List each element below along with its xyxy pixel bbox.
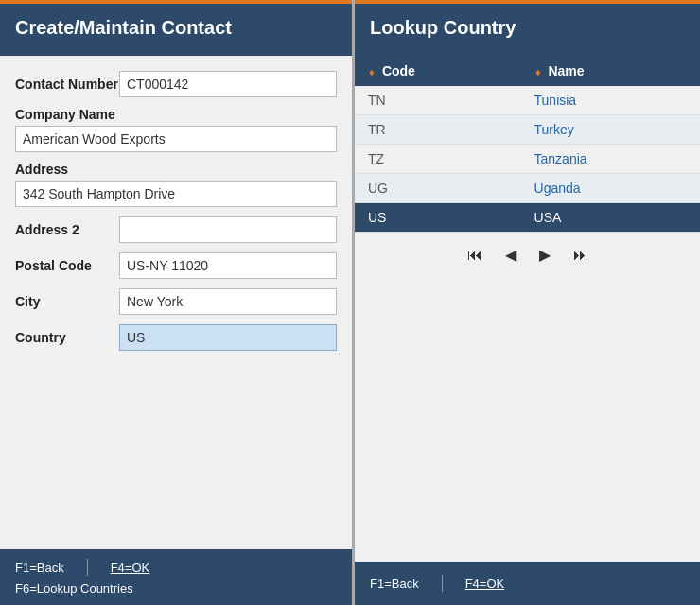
postal-code-group: Postal Code [15,252,337,279]
country-table: ⬧ Code ⬧ Name TN Tunisia TR Turkey TZ Ta… [355,56,700,233]
code-cell: TR [355,115,521,145]
next-page-button[interactable]: ▶ [534,244,556,266]
contact-number-group: Contact Number [15,71,337,97]
address2-group: Address 2 [15,216,337,243]
postal-code-input[interactable] [119,252,337,279]
f1-back-button[interactable]: F1=Back [15,561,64,575]
company-name-label: Company Name [15,107,337,122]
code-cell: TN [355,86,521,115]
left-footer-row2: F6=Lookup Countries [15,581,337,596]
right-panel-body: ⬧ Code ⬧ Name TN Tunisia TR Turkey TZ Ta… [355,56,700,562]
table-row[interactable]: US USA [355,203,700,233]
code-column-header: ⬧ Code [355,56,521,86]
name-cell: USA [521,203,700,233]
address2-label: Address 2 [15,222,119,237]
right-f1-back-button[interactable]: F1=Back [370,577,419,591]
left-panel-body: Contact Number Company Name Address Addr… [0,56,352,549]
table-row[interactable]: UG Uganda [355,174,700,203]
name-cell: Turkey [521,115,700,145]
address2-input[interactable] [119,216,337,243]
first-page-button[interactable]: ⏮ [462,245,488,266]
address-label: Address [15,162,337,177]
last-page-button[interactable]: ⏭ [568,245,594,266]
name-cell: Tanzania [521,145,700,174]
f4-ok-button[interactable]: F4=OK [111,561,150,575]
pagination-controls: ⏮ ◀ ▶ ⏭ [355,233,700,277]
country-group: Country [15,324,337,351]
right-footer: F1=Back F4=OK [355,562,700,605]
left-panel: Create/Maintain Contact Contact Number C… [0,0,355,605]
left-panel-title: Create/Maintain Contact [0,0,352,56]
address-group: Address [15,162,337,207]
country-label: Country [15,330,119,345]
name-column-header: ⬧ Name [521,56,700,86]
right-panel: Lookup Country ⬧ Code ⬧ Name TN Tunisia [355,0,700,605]
city-input[interactable] [119,288,337,315]
table-row[interactable]: TN Tunisia [355,86,700,115]
contact-number-input[interactable] [119,71,337,97]
right-panel-title: Lookup Country [355,0,700,56]
code-cell: US [355,203,521,233]
address-input[interactable] [15,181,337,207]
right-footer-divider [442,575,443,592]
left-footer-row1: F1=Back F4=OK [15,559,337,576]
table-row[interactable]: TZ Tanzania [355,145,700,174]
f6-lookup-button[interactable]: F6=Lookup Countries [15,581,133,596]
city-group: City [15,288,337,315]
contact-number-label: Contact Number [15,77,119,92]
postal-code-label: Postal Code [15,258,119,273]
company-name-input[interactable] [15,126,337,152]
table-row[interactable]: TR Turkey [355,115,700,145]
code-cell: UG [355,174,521,203]
code-sort-icon: ⬧ [368,65,375,78]
table-header-row: ⬧ Code ⬧ Name [355,56,700,86]
city-label: City [15,294,119,309]
prev-page-button[interactable]: ◀ [499,244,522,266]
country-input[interactable] [119,324,337,351]
code-cell: TZ [355,145,521,174]
right-f4-ok-button[interactable]: F4=OK [465,577,505,591]
name-sort-icon: ⬧ [534,65,541,78]
name-cell: Uganda [521,174,700,203]
left-footer: F1=Back F4=OK F6=Lookup Countries [0,549,352,605]
name-cell: Tunisia [521,86,700,115]
footer-divider-1 [87,559,88,576]
company-name-group: Company Name [15,107,337,152]
